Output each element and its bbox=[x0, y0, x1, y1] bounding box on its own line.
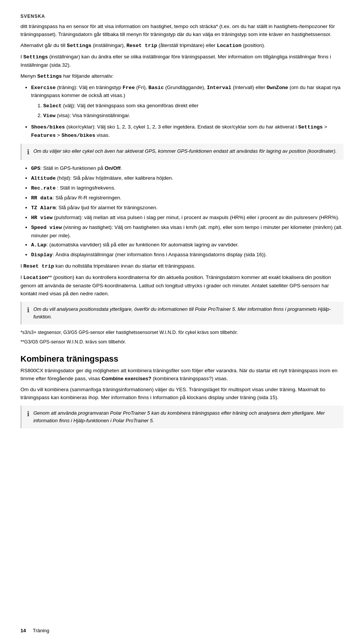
list-item-rrdata: RR data: Slå på/av R-R registreringen. bbox=[31, 194, 344, 202]
list-item-hrview: HR view (pulsformat): välj mellan att vi… bbox=[31, 214, 344, 222]
menyn-settings-paragraph: Menyn Settings har följande alternativ: bbox=[20, 72, 344, 81]
page: SVENSKA ditt träningspass ha en sensor f… bbox=[0, 0, 364, 644]
list-item-tzalarm: TZ Alarm: Slå på/av ljud för alarmet för… bbox=[31, 204, 344, 212]
settings-mono2: Settings bbox=[24, 54, 48, 60]
reset-trip-paragraph: I Reset trip kan du nollställa tripmätar… bbox=[20, 262, 344, 271]
location-mono: Location bbox=[217, 43, 242, 49]
reset-trip-mono: Reset trip bbox=[126, 43, 157, 49]
list-item-exercise: Exercise (träning): Välj en träningstyp … bbox=[31, 84, 344, 121]
list-item-display: Display: Ändra displayinställningar (mer… bbox=[31, 251, 344, 259]
info-box-3: ℹ Genom att använda programvaran Polar P… bbox=[20, 406, 344, 428]
footnote-2: **G3/G5 GPS-sensor W.I.N.D. krävs som ti… bbox=[20, 338, 344, 346]
info-icon-3: ℹ bbox=[27, 410, 30, 418]
list-item-speedview: Speed view (visning av hastighet): Välj … bbox=[31, 224, 344, 240]
info-box-2: ℹ Om du vill analysera positionsdata ytt… bbox=[20, 302, 344, 324]
page-footer: 14 Träning bbox=[0, 628, 364, 633]
settings-mono3: Settings bbox=[37, 74, 62, 79]
settings-list-2: GPS: Ställ in GPS-funktionen på On/Off. … bbox=[31, 165, 344, 259]
footer-section-label: Träning bbox=[33, 628, 49, 633]
kombinera-p2: Om du vill kombinera (sammanfoga träning… bbox=[20, 386, 344, 402]
settings-mono: Settings bbox=[67, 43, 91, 49]
info-icon-1: ℹ bbox=[27, 148, 30, 156]
list-item-alap: A.Lap: (automatiska varvtider) slå på el… bbox=[31, 241, 344, 249]
alternativt-paragraph: Alternativt går du till Settings (instäl… bbox=[20, 42, 344, 50]
info-text-1: Om du väljer sko eller cykel och även ha… bbox=[33, 147, 337, 155]
location-paragraph: I Location** (position) kan du kontrolle… bbox=[20, 274, 344, 298]
settings-list: Exercise (träning): Välj en träningstyp … bbox=[31, 84, 344, 140]
language-label: SVENSKA bbox=[20, 14, 344, 19]
footnote-1: *s3/s3+ stegsensor, G3/G5 GPS-sensor ell… bbox=[20, 329, 344, 336]
section-title-kombinera: Kombinera träningspass bbox=[20, 354, 344, 364]
list-item-altitude: Altitude (höjd): Slå på/av höjdmätare, e… bbox=[31, 174, 344, 183]
list-item-recrate: Rec.rate : Ställ in lagringsfrekvens. bbox=[31, 184, 344, 193]
footer-page-number: 14 bbox=[20, 628, 26, 633]
ol-item-1: Select (välj): Välj det träningspass som… bbox=[43, 102, 344, 110]
info-icon-2: ℹ bbox=[27, 306, 30, 314]
intro-paragraph: ditt träningspass ha en sensor för att v… bbox=[20, 23, 344, 39]
exercise-sublist: Select (välj): Välj det träningspass som… bbox=[43, 102, 344, 120]
ol-item-2: View (visa): Visa träningsinställningar. bbox=[43, 112, 344, 120]
list-item-gps: GPS: Ställ in GPS-funktionen på On/Off. bbox=[31, 165, 344, 173]
info-text-2: Om du vill analysera positionsdata ytter… bbox=[33, 306, 338, 321]
kombinera-p1: RS800CX träningsdator ger dig möjlighete… bbox=[20, 367, 344, 383]
i-settings-paragraph: I Settings (inställningar) kan du ändra … bbox=[20, 53, 344, 69]
info-text-3: Genom att använda programvaran Polar Pro… bbox=[33, 409, 338, 425]
list-item-shoes: Shoes/bikes (skor/cyklar): Välj sko 1, 2… bbox=[31, 123, 344, 140]
info-box-1: ℹ Om du väljer sko eller cykel och även … bbox=[20, 144, 344, 160]
